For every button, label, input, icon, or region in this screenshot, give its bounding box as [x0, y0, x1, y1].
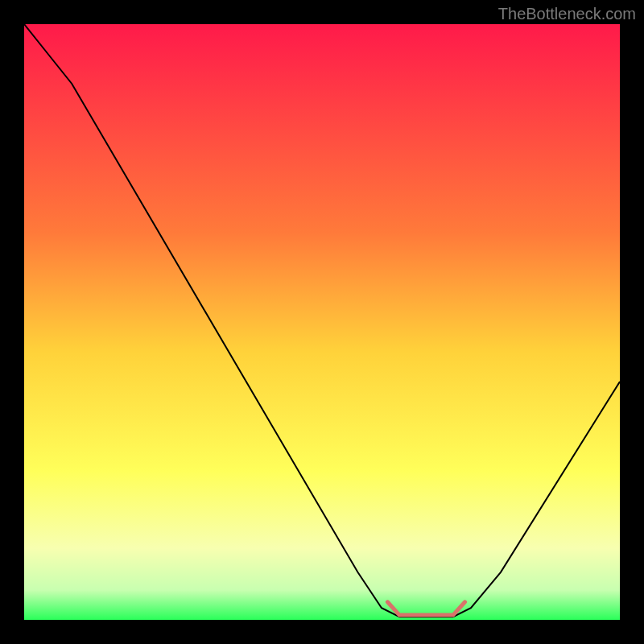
curve-overlay	[24, 24, 620, 620]
optimal-range-marker	[387, 602, 464, 615]
watermark-text: TheBottleneck.com	[498, 5, 636, 23]
bottleneck-curve	[24, 24, 620, 617]
chart-plot-area	[24, 24, 620, 620]
